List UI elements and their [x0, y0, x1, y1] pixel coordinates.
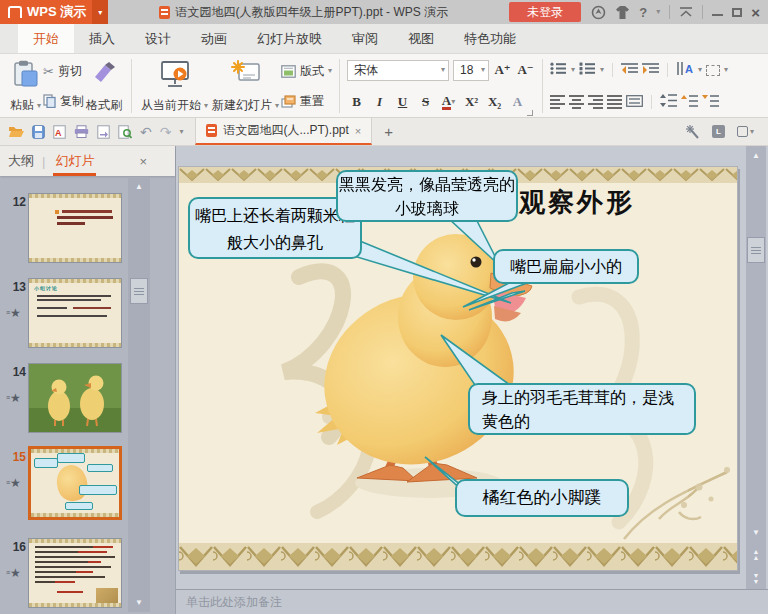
tab-design[interactable]: 设计: [130, 24, 186, 53]
reset-button[interactable]: 重置: [281, 90, 332, 112]
copy-button[interactable]: 复制: [43, 90, 84, 112]
export-pdf-icon[interactable]: A: [53, 125, 66, 139]
tab-review[interactable]: 审阅: [337, 24, 393, 53]
align-center-button[interactable]: [569, 95, 584, 109]
slide-canvas[interactable]: 观察外形 黑黑发亮，像晶莹透亮的小玻璃球 嘴巴上还长着两颗米粒般大小的鼻孔 嘴巴…: [178, 166, 738, 571]
tab-insert[interactable]: 插入: [74, 24, 130, 53]
callout-beak[interactable]: 嘴巴扁扁小小的: [493, 249, 639, 284]
scrollbar-thumb[interactable]: [130, 278, 148, 304]
text-direction-button[interactable]: A: [676, 62, 694, 78]
align-left-button[interactable]: [550, 95, 565, 109]
line-spacing-button[interactable]: [660, 94, 677, 110]
bullets-button[interactable]: [550, 62, 567, 78]
align-right-button[interactable]: [588, 95, 603, 109]
decrease-indent-button[interactable]: [621, 63, 638, 78]
open-file-icon[interactable]: [8, 125, 24, 138]
help-icon[interactable]: ?: [639, 6, 647, 19]
thumbnail-image-selected[interactable]: [28, 446, 122, 520]
task-pane-icon[interactable]: L: [712, 125, 725, 138]
text-direction-caret-icon[interactable]: ▾: [698, 66, 702, 74]
new-tab-button[interactable]: +: [372, 118, 405, 145]
font-name-select[interactable]: 宋体 ▾: [347, 60, 449, 81]
paste-button[interactable]: 粘贴▾: [8, 57, 43, 115]
numbering-caret-icon[interactable]: ▾: [600, 66, 604, 74]
save-icon[interactable]: [32, 125, 45, 139]
scroll-down-icon[interactable]: ▼: [746, 527, 766, 539]
strikethrough-button[interactable]: S: [416, 92, 435, 112]
redo-icon[interactable]: ↷: [160, 125, 172, 139]
decrease-spacing-button[interactable]: [702, 94, 719, 110]
more-tools-button[interactable]: ▾: [737, 126, 754, 137]
scroll-up-icon[interactable]: ▲: [128, 180, 150, 194]
grow-font-button[interactable]: A⁺: [493, 60, 512, 80]
increase-spacing-button[interactable]: [681, 94, 698, 110]
clear-format-button[interactable]: A: [508, 92, 527, 112]
shrink-font-button[interactable]: A⁻: [516, 60, 535, 80]
new-slide-button[interactable]: 新建幻灯片▾: [210, 57, 281, 115]
tab-view[interactable]: 视图: [393, 24, 449, 53]
thumbnail-scrollbar[interactable]: ▲ ▼: [128, 178, 150, 612]
scrollbar-thumb[interactable]: [747, 237, 765, 263]
font-dialog-launcher-icon[interactable]: [527, 110, 533, 116]
scroll-up-icon[interactable]: ▲: [746, 150, 766, 162]
qat-more-caret-icon[interactable]: ▾: [179, 128, 183, 136]
undo-icon[interactable]: ↶: [140, 125, 152, 139]
tab-slides[interactable]: 幻灯片: [53, 146, 96, 176]
print-preview-icon[interactable]: [97, 125, 110, 139]
scroll-down-icon[interactable]: ▼: [128, 596, 150, 610]
thumbnail-image[interactable]: [28, 193, 122, 263]
duck-eye: [471, 257, 482, 268]
cut-button[interactable]: ✂ 剪切: [43, 60, 84, 82]
font-size-select[interactable]: 18 ▾: [453, 60, 489, 81]
next-slide-button[interactable]: ▼▼: [746, 573, 766, 585]
close-panel-icon[interactable]: ×: [139, 154, 147, 169]
callout-feet[interactable]: 橘红色的小脚蹼: [455, 479, 629, 517]
justify-button[interactable]: [607, 95, 622, 109]
document-tab[interactable]: 语文园地四(人...PT).ppt ×: [195, 118, 372, 145]
help-caret-icon[interactable]: ▾: [656, 8, 660, 16]
skin-icon[interactable]: [615, 6, 630, 19]
thumbnail-image[interactable]: 小组讨论: [28, 278, 122, 348]
tab-animation[interactable]: 动画: [186, 24, 242, 53]
minimize-button[interactable]: [712, 14, 723, 16]
close-tab-icon[interactable]: ×: [355, 125, 361, 137]
numbering-button[interactable]: [579, 62, 596, 78]
font-color-caret-icon[interactable]: ▾: [451, 98, 455, 106]
tab-home[interactable]: 开始: [18, 24, 74, 53]
font-color-button[interactable]: A: [442, 95, 451, 110]
collapse-ribbon-icon[interactable]: [679, 7, 693, 17]
notes-area[interactable]: 单击此处添加备注: [176, 589, 768, 614]
login-button[interactable]: 未登录: [509, 2, 581, 22]
increase-indent-button[interactable]: [642, 63, 659, 78]
distribute-text-button[interactable]: [626, 95, 643, 110]
wps-menu-button[interactable]: WPS 演示: [0, 0, 92, 24]
format-painter-button[interactable]: 格式刷: [84, 57, 124, 115]
play-from-current-button[interactable]: 从当前开始▾: [139, 57, 210, 115]
magic-wand-icon[interactable]: [686, 125, 700, 139]
callout-feathers[interactable]: 身上的羽毛毛茸茸的，是浅黄色的: [468, 383, 696, 435]
wps-menu-caret[interactable]: ▾: [92, 0, 108, 24]
slide-editor-area[interactable]: 观察外形 黑黑发亮，像晶莹透亮的小玻璃球 嘴巴上还长着两颗米粒般大小的鼻孔 嘴巴…: [176, 146, 746, 589]
italic-button[interactable]: I: [370, 92, 389, 112]
close-button[interactable]: ×: [751, 4, 760, 21]
previous-slide-button[interactable]: ▲▲: [746, 549, 766, 561]
placeholder-box-button[interactable]: [706, 65, 720, 76]
community-icon[interactable]: [591, 5, 606, 20]
tab-slideshow[interactable]: 幻灯片放映: [242, 24, 337, 53]
thumbnail-image[interactable]: [28, 538, 122, 608]
bullets-caret-icon[interactable]: ▾: [571, 66, 575, 74]
tab-special-features[interactable]: 特色功能: [449, 24, 531, 53]
callout-eyes[interactable]: 黑黑发亮，像晶莹透亮的小玻璃球: [336, 170, 518, 222]
subscript-button[interactable]: X₂: [485, 92, 504, 112]
find-icon[interactable]: [118, 125, 132, 139]
slide-scrollbar[interactable]: ▲ ▼ ▲▲ ▼▼: [746, 146, 766, 589]
tab-outline[interactable]: 大纲: [8, 152, 34, 170]
placeholder-box-caret-icon[interactable]: ▾: [724, 66, 728, 74]
print-icon[interactable]: [74, 125, 89, 138]
thumbnail-image[interactable]: [28, 363, 122, 433]
underline-button[interactable]: U: [393, 92, 412, 112]
layout-button[interactable]: 版式 ▾: [281, 60, 332, 82]
maximize-button[interactable]: [732, 8, 742, 17]
bold-button[interactable]: B: [347, 92, 366, 112]
superscript-button[interactable]: X²: [462, 92, 481, 112]
